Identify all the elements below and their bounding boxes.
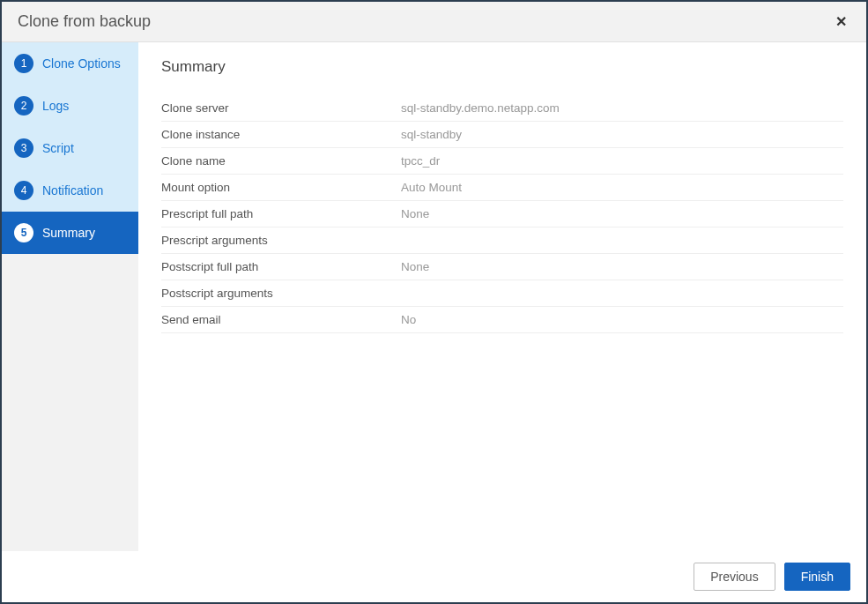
sidebar-step-logs[interactable]: 2 Logs [2, 85, 138, 127]
dialog-title: Clone from backup [18, 12, 151, 31]
close-icon[interactable]: ✕ [832, 13, 850, 30]
step-number: 5 [14, 223, 33, 242]
sidebar-step-summary[interactable]: 5 Summary [2, 212, 138, 254]
summary-label: Postscript full path [161, 260, 401, 273]
summary-row-clone-server: Clone server sql-standby.demo.netapp.com [161, 95, 843, 122]
dialog-body: 1 Clone Options 2 Logs 3 Script 4 Notifi… [2, 42, 866, 551]
summary-value: sql-standby.demo.netapp.com [401, 101, 560, 115]
content-panel: Summary Clone server sql-standby.demo.ne… [138, 42, 866, 551]
step-number: 1 [14, 54, 33, 73]
clone-dialog: Clone from backup ✕ 1 Clone Options 2 Lo… [0, 0, 868, 604]
summary-value: tpcc_dr [401, 154, 440, 168]
step-label: Logs [42, 99, 69, 113]
summary-label: Prescript full path [161, 207, 401, 220]
summary-row-postscript-args: Postscript arguments [161, 280, 843, 307]
step-number: 4 [14, 181, 33, 200]
previous-button[interactable]: Previous [694, 563, 775, 591]
summary-value: No [401, 313, 416, 326]
content-title: Summary [161, 58, 843, 76]
summary-label: Postscript arguments [161, 287, 401, 300]
wizard-sidebar: 1 Clone Options 2 Logs 3 Script 4 Notifi… [2, 42, 138, 551]
dialog-header: Clone from backup ✕ [2, 2, 866, 42]
summary-value: None [401, 207, 429, 220]
summary-row-send-email: Send email No [161, 307, 843, 333]
sidebar-step-clone-options[interactable]: 1 Clone Options [2, 42, 138, 85]
step-label: Clone Options [42, 56, 121, 71]
summary-value: None [401, 260, 429, 273]
summary-row-clone-instance: Clone instance sql-standby [161, 122, 843, 148]
step-label: Summary [42, 226, 95, 240]
sidebar-step-script[interactable]: 3 Script [2, 127, 138, 169]
step-number: 2 [14, 96, 33, 116]
dialog-footer: Previous Finish [2, 551, 866, 602]
summary-row-prescript-path: Prescript full path None [161, 201, 843, 227]
summary-row-postscript-path: Postscript full path None [161, 254, 843, 280]
summary-label: Send email [161, 313, 401, 326]
summary-label: Prescript arguments [161, 234, 401, 247]
summary-value: sql-standby [401, 128, 462, 141]
summary-row-prescript-args: Prescript arguments [161, 227, 843, 254]
step-number: 3 [14, 138, 33, 158]
summary-value: Auto Mount [401, 181, 462, 194]
summary-row-mount-option: Mount option Auto Mount [161, 175, 843, 201]
summary-label: Clone server [161, 101, 401, 115]
finish-button[interactable]: Finish [784, 563, 850, 591]
summary-label: Mount option [161, 181, 401, 194]
summary-label: Clone instance [161, 128, 401, 141]
sidebar-step-notification[interactable]: 4 Notification [2, 169, 138, 212]
summary-row-clone-name: Clone name tpcc_dr [161, 148, 843, 175]
summary-label: Clone name [161, 154, 401, 168]
step-label: Notification [42, 183, 103, 198]
step-label: Script [42, 141, 74, 155]
